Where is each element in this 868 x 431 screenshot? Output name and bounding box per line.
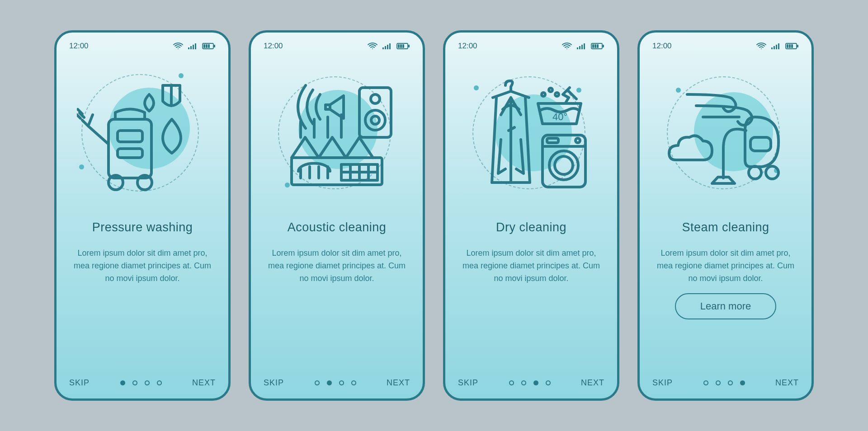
clock: 12:00 (264, 42, 283, 51)
svg-rect-54 (789, 44, 791, 48)
svg-rect-19 (408, 45, 410, 47)
svg-point-24 (371, 94, 380, 103)
dot-4[interactable] (546, 380, 551, 385)
dot-3[interactable] (339, 380, 344, 385)
svg-point-57 (749, 166, 761, 179)
dot-4[interactable] (351, 380, 356, 385)
svg-rect-0 (188, 47, 189, 49)
svg-rect-8 (208, 44, 210, 48)
svg-rect-20 (398, 44, 400, 48)
svg-rect-56 (750, 137, 771, 151)
pressure-washer-icon (77, 70, 208, 201)
svg-rect-47 (771, 47, 773, 49)
svg-rect-53 (787, 44, 788, 48)
dot-1[interactable] (509, 380, 514, 385)
acoustic-speaker-icon (271, 70, 402, 201)
screen-title: Steam cleaning (652, 220, 799, 234)
battery-icon (591, 42, 604, 50)
page-indicator (315, 380, 356, 385)
wifi-icon (173, 42, 183, 50)
svg-rect-49 (776, 45, 777, 49)
svg-rect-35 (592, 44, 594, 48)
svg-point-25 (365, 110, 385, 130)
skip-button[interactable]: SKIP (652, 378, 673, 388)
dry-clean-icon: 40° (466, 70, 597, 201)
svg-rect-1 (190, 46, 192, 49)
svg-rect-16 (387, 45, 388, 49)
svg-rect-52 (797, 45, 798, 47)
battery-icon (396, 42, 410, 50)
dot-2[interactable] (716, 380, 721, 385)
clock: 12:00 (458, 42, 477, 51)
battery-icon (785, 42, 799, 50)
page-indicator (120, 380, 162, 385)
svg-rect-15 (385, 46, 386, 49)
battery-icon (202, 42, 216, 50)
next-button[interactable]: NEXT (581, 378, 604, 388)
skip-button[interactable]: SKIP (264, 378, 284, 388)
clock: 12:00 (69, 42, 89, 51)
signal-icon (771, 42, 781, 50)
next-button[interactable]: NEXT (387, 378, 410, 388)
wifi-icon (368, 42, 377, 50)
dot-1[interactable] (120, 380, 125, 385)
svg-point-41 (555, 93, 559, 96)
skip-button[interactable]: SKIP (458, 378, 478, 388)
page-indicator (703, 380, 745, 385)
svg-rect-31 (581, 45, 583, 49)
svg-rect-32 (584, 43, 585, 49)
svg-point-58 (766, 166, 778, 179)
next-button[interactable]: NEXT (775, 378, 799, 388)
screen-pressure-washing: 12:00 (54, 30, 231, 401)
dot-2[interactable] (327, 380, 332, 385)
screen-description: Lorem ipsum dolor sit dim amet pro, mea … (458, 247, 604, 319)
svg-rect-11 (118, 149, 142, 158)
steam-vacuum-icon (660, 70, 791, 201)
svg-rect-22 (402, 44, 404, 48)
svg-text:40°: 40° (552, 111, 567, 122)
svg-rect-46 (547, 138, 558, 143)
signal-icon (576, 42, 586, 50)
screen-title: Pressure washing (69, 220, 216, 234)
dot-3[interactable] (533, 380, 538, 385)
next-button[interactable]: NEXT (192, 378, 216, 388)
svg-rect-7 (206, 44, 208, 48)
statusbar: 12:00 (458, 42, 604, 51)
screen-description: Lorem ipsum dolor sit dim amet pro, mea … (652, 247, 799, 285)
svg-rect-17 (389, 43, 391, 49)
statusbar: 12:00 (264, 42, 410, 51)
svg-rect-36 (594, 44, 596, 48)
svg-rect-48 (774, 46, 775, 49)
dot-1[interactable] (703, 380, 708, 385)
screen-description: Lorem ipsum dolor sit dim amet pro, mea … (69, 247, 216, 319)
dot-1[interactable] (315, 380, 320, 385)
dot-2[interactable] (132, 380, 137, 385)
dot-4[interactable] (157, 380, 162, 385)
screen-title: Dry cleaning (458, 220, 604, 234)
svg-rect-50 (778, 43, 779, 49)
status-icons (562, 42, 604, 50)
learn-more-button[interactable]: Learn more (675, 293, 777, 319)
illustration (264, 61, 410, 210)
svg-rect-30 (579, 46, 580, 49)
statusbar: 12:00 (652, 42, 799, 51)
dot-4[interactable] (740, 380, 745, 385)
dot-2[interactable] (521, 380, 526, 385)
svg-rect-55 (791, 44, 793, 48)
skip-button[interactable]: SKIP (69, 378, 90, 388)
signal-icon (382, 42, 392, 50)
dot-3[interactable] (728, 380, 733, 385)
svg-rect-2 (193, 45, 194, 49)
statusbar: 12:00 (69, 42, 216, 51)
screen-title: Acoustic cleaning (264, 220, 410, 234)
clock: 12:00 (652, 42, 672, 51)
svg-rect-29 (577, 47, 578, 49)
page-indicator (509, 380, 551, 385)
signal-icon (188, 42, 198, 50)
wifi-icon (756, 42, 766, 50)
dot-3[interactable] (145, 380, 150, 385)
svg-point-39 (542, 93, 545, 96)
status-icons (173, 42, 216, 50)
onboarding-stage: 12:00 (54, 30, 814, 401)
screen-acoustic-cleaning: 12:00 (249, 30, 425, 401)
